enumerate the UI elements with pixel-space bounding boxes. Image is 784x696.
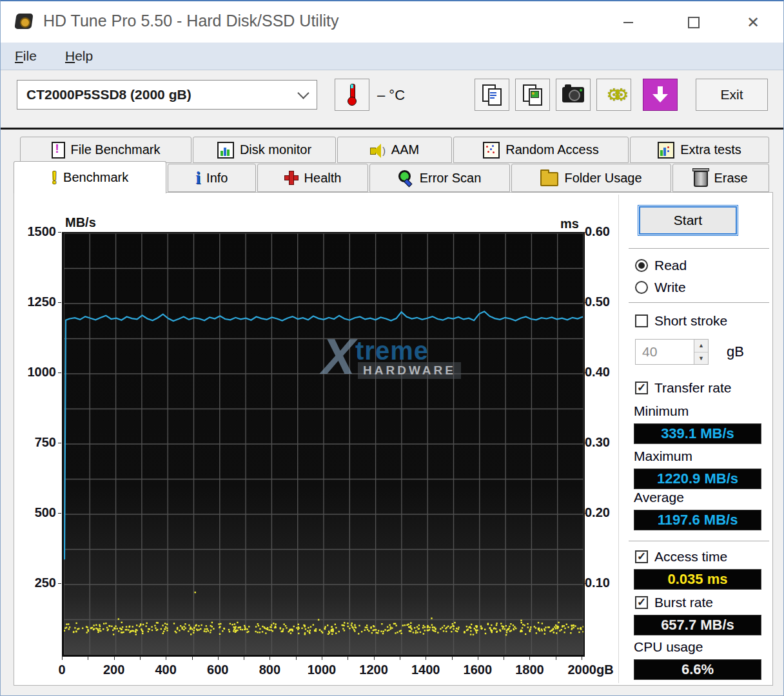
tab-strip: !File BenchmarkDisk monitor)AAMRandom Ac… [1, 130, 783, 192]
short-stroke-label: Short stroke [654, 313, 727, 329]
axis-label: 0 [58, 662, 65, 677]
axis-label: 500 [35, 505, 56, 520]
start-button[interactable]: Start [639, 206, 737, 235]
axis-tick [322, 656, 322, 660]
disk-monitor-icon [217, 142, 234, 159]
axis-label: 600 [207, 662, 228, 677]
spin-down-button[interactable]: ▼ [694, 353, 708, 365]
screenshot-button[interactable] [556, 79, 591, 111]
read-option[interactable]: Read [635, 258, 687, 273]
axis-tick [62, 656, 63, 660]
short-stroke-checkbox[interactable] [635, 314, 648, 327]
transfer-rate-checkbox[interactable]: ✓ [635, 382, 648, 394]
axis-label: 1000 [28, 365, 57, 380]
maximize-button[interactable] [679, 13, 709, 32]
extra-tests-icon [658, 142, 674, 159]
axis-label: 1600 [464, 662, 493, 677]
short-stroke-size-input[interactable]: 40 [635, 339, 694, 365]
title-bar: HD Tune Pro 5.50 - Hard Disk/SSD Utility… [1, 1, 783, 43]
axis-tick [140, 656, 141, 660]
maximum-value: 1220.9 MB/s [634, 469, 761, 489]
transfer-rate-option[interactable]: ✓ Transfer rate [635, 380, 731, 396]
tab-error-scan[interactable]: Error Scan [369, 164, 510, 192]
axis-label: 1200 [359, 662, 388, 677]
tab-random-access[interactable]: Random Access [453, 137, 629, 163]
axis-tick [88, 656, 88, 660]
copy-image-icon [523, 84, 542, 105]
axis-label: 1500 [28, 224, 57, 239]
burst-rate-value: 657.7 MB/s [634, 615, 761, 635]
folder-icon [540, 172, 558, 186]
close-button[interactable]: ✕ [738, 13, 768, 32]
copy-image-button[interactable] [515, 79, 550, 111]
read-radio[interactable] [635, 259, 648, 272]
gears-icon: ⚙⚙ [607, 86, 622, 103]
tab-label: Error Scan [420, 171, 482, 186]
temperature-readout: – °C [377, 87, 405, 104]
axis-label: 2000gB [567, 662, 613, 677]
axis-tick [218, 656, 219, 660]
menu-bar: FileHelp [1, 43, 783, 70]
short-stroke-unit: gB [727, 343, 744, 360]
menu-file[interactable]: File [11, 47, 41, 65]
temperature-button[interactable] [335, 79, 369, 111]
tab-file-benchmark[interactable]: !File Benchmark [20, 137, 191, 163]
write-label: Write [654, 280, 686, 295]
watermark-treme: treme [355, 336, 429, 365]
copy-text-icon [482, 84, 502, 105]
burst-rate-option[interactable]: ✓ Burst rate [635, 595, 713, 610]
spin-up-button[interactable]: ▲ [694, 340, 708, 353]
write-radio[interactable] [635, 281, 648, 294]
menu-help[interactable]: Help [61, 47, 97, 65]
axis-tick [58, 513, 61, 514]
minimum-label: Minimum [634, 403, 689, 419]
axis-tick [504, 656, 504, 660]
cpu-usage-label: CPU usage [634, 639, 703, 655]
axis-tick [582, 232, 585, 233]
settings-button[interactable]: ⚙⚙ [596, 79, 631, 111]
tab-label: AAM [391, 142, 419, 157]
short-stroke-option[interactable]: Short stroke [635, 313, 727, 329]
exit-button[interactable]: Exit [696, 79, 768, 111]
separator [629, 302, 769, 303]
tab-benchmark[interactable]: !Benchmark [14, 161, 166, 193]
axis-tick [58, 302, 61, 303]
drive-select[interactable]: CT2000P5SSD8 (2000 gB) [17, 80, 317, 110]
axis-tick [556, 656, 556, 660]
axis-label: 1400 [411, 662, 440, 677]
tab-label: Random Access [505, 142, 599, 157]
access-time-checkbox[interactable]: ✓ [635, 550, 648, 563]
tab-label: Erase [714, 171, 747, 186]
axis-tick [296, 656, 297, 660]
tab-label: Disk monitor [240, 142, 311, 157]
burst-rate-checkbox[interactable]: ✓ [635, 596, 648, 609]
info-icon: i [196, 169, 201, 187]
access-time-option[interactable]: ✓ Access time [635, 549, 727, 565]
save-button[interactable] [643, 79, 678, 111]
tab-aam[interactable]: )AAM [337, 137, 452, 163]
tab-extra-tests[interactable]: Extra tests [630, 137, 769, 163]
axis-tick [582, 583, 585, 584]
chart-canvas [64, 233, 583, 655]
exclamation-icon: ! [52, 169, 57, 187]
benchmark-chart [62, 232, 585, 657]
axis-tick [426, 656, 426, 660]
axis-label: 0.40 [585, 365, 610, 380]
tab-folder-usage[interactable]: Folder Usage [511, 164, 671, 192]
tab-label: Folder Usage [564, 171, 642, 186]
app-disk-icon [15, 12, 34, 30]
copy-text-button[interactable] [475, 79, 509, 111]
tab-disk-monitor[interactable]: Disk monitor [193, 137, 336, 163]
write-option[interactable]: Write [635, 280, 686, 295]
tab-info[interactable]: iInfo [168, 164, 256, 192]
axis-tick [400, 656, 400, 660]
maximum-label: Maximum [634, 449, 692, 464]
axis-tick [58, 232, 61, 233]
axis-tick [244, 656, 244, 660]
axis-tick [529, 656, 530, 660]
speaker-icon: ) [370, 143, 386, 157]
tab-erase[interactable]: Erase [672, 164, 769, 192]
minimize-button[interactable] [613, 13, 643, 32]
tab-health[interactable]: Health [257, 164, 368, 192]
burst-rate-label: Burst rate [654, 595, 713, 610]
